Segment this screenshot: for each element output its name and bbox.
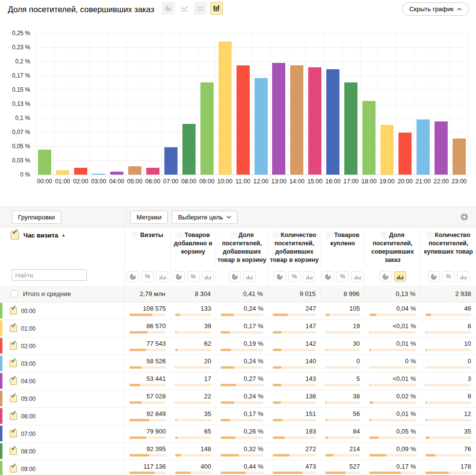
gear-icon[interactable] xyxy=(460,213,468,221)
line-chart-button[interactable] xyxy=(178,2,191,15)
chart-bar[interactable] xyxy=(362,101,376,175)
bars-tool-button[interactable] xyxy=(457,271,469,282)
hide-chart-button[interactable]: Скрыть график xyxy=(402,2,469,16)
percent-tool-button[interactable]: % xyxy=(141,271,154,282)
pie-chart-icon xyxy=(165,5,172,12)
pie-tool-button[interactable] xyxy=(274,271,286,282)
percent-tool-button[interactable]: % xyxy=(288,271,300,282)
value-bar-fill xyxy=(273,366,281,369)
row-checkbox[interactable]: ✓ xyxy=(10,342,17,350)
chart-bar-slot xyxy=(198,33,216,175)
metric-value: 65 xyxy=(171,428,216,435)
chart-bar[interactable] xyxy=(128,166,141,175)
chart-bar[interactable] xyxy=(272,63,285,175)
pie-tool-button[interactable] xyxy=(428,271,440,282)
pie-tool-button[interactable] xyxy=(229,271,241,282)
row-cells: 92 3951480,32 %2722140,09 %76 xyxy=(124,443,476,460)
dimension-label[interactable]: Час визита xyxy=(23,232,58,239)
row-checkbox[interactable]: ✓ xyxy=(10,377,17,385)
chart-bar[interactable] xyxy=(146,168,159,175)
row-checkbox[interactable]: ✓ xyxy=(10,325,17,332)
sort-asc-icon[interactable]: ▲ xyxy=(61,233,65,238)
metric-value: 20 xyxy=(171,357,216,365)
chart-bar[interactable] xyxy=(308,67,321,175)
metric-value: 0,24 % xyxy=(216,357,268,365)
chart-bar[interactable] xyxy=(290,65,303,175)
value-bar-fill xyxy=(325,314,330,316)
metric-cell: 92 849 xyxy=(125,408,171,425)
pie-tool-button[interactable] xyxy=(322,271,334,282)
row-cells: 117 1364000,44 %4735270,17 %178 xyxy=(124,460,476,475)
pie-tool-button[interactable] xyxy=(379,271,392,282)
chart-bar[interactable] xyxy=(344,82,357,175)
value-bar xyxy=(273,349,316,351)
metric-cell: 35 xyxy=(421,425,476,442)
percent-tool-button[interactable]: % xyxy=(187,271,199,282)
stacked-chart-button[interactable] xyxy=(194,2,207,15)
metric-cell: 0,02 % xyxy=(365,390,421,407)
groupings-button[interactable]: Группировки xyxy=(12,211,61,224)
x-axis-label: 16:00 xyxy=(324,178,342,185)
metric-cell: 57 028 xyxy=(125,390,171,407)
row-checkbox[interactable]: ✓ xyxy=(10,307,17,315)
bars-tool-button[interactable] xyxy=(202,271,214,282)
chart-bar[interactable] xyxy=(435,121,448,175)
chart-bar[interactable] xyxy=(38,150,51,175)
bars-tool-button[interactable] xyxy=(156,271,168,282)
metric-value: 30 xyxy=(321,340,365,347)
bars-tool-button[interactable] xyxy=(351,271,363,282)
row-checkbox[interactable]: ✓ xyxy=(10,360,17,367)
pie-tool-button[interactable] xyxy=(127,271,139,282)
value-bar-fill xyxy=(325,384,326,386)
chart-bar[interactable] xyxy=(416,119,430,175)
table-row: ✓09:00117 1364000,44 %4735270,17 %178 xyxy=(0,460,476,475)
row-checkbox[interactable]: ✓ xyxy=(10,465,17,473)
chart-bar[interactable] xyxy=(398,133,412,175)
chart-bar[interactable] xyxy=(200,82,214,175)
goal-select-button[interactable]: Выберите цель xyxy=(172,211,238,224)
chart-bar[interactable] xyxy=(237,65,250,175)
pie-tool-button[interactable] xyxy=(173,271,185,282)
row-hour-label: 04:00 xyxy=(21,378,36,385)
chart-bar[interactable] xyxy=(182,124,196,175)
chart-bar[interactable] xyxy=(218,41,232,175)
value-bar-fill xyxy=(325,419,327,421)
table-row: ✓06:0092 849350,17 %151560,01 %12 xyxy=(0,408,476,425)
metric-cell: 17 xyxy=(171,373,216,390)
row-checkbox[interactable]: ✓ xyxy=(10,413,17,420)
value-bar xyxy=(369,419,416,421)
metric-cell: 22 xyxy=(171,390,216,407)
bar-chart-button[interactable] xyxy=(210,2,223,15)
bars-tool-button[interactable] xyxy=(394,271,406,282)
search-input[interactable] xyxy=(12,269,87,281)
chart-bar[interactable] xyxy=(255,78,268,175)
chart-bar[interactable] xyxy=(164,147,178,175)
row-checkbox[interactable]: ✓ xyxy=(10,430,17,437)
totals-value: 2,79 млн xyxy=(125,286,171,302)
pie-chart-button[interactable] xyxy=(162,2,175,15)
totals-value: 8 304 xyxy=(171,286,216,302)
bars-tool-button[interactable] xyxy=(303,271,315,282)
chart-bar[interactable] xyxy=(56,170,69,175)
bars-tool-button[interactable] xyxy=(243,271,256,282)
row-checkbox[interactable]: ✓ xyxy=(10,395,17,402)
check-icon: ✓ xyxy=(11,374,17,382)
chart-bar[interactable] xyxy=(380,125,394,175)
chart-bar[interactable] xyxy=(74,168,87,175)
totals-checkbox[interactable] xyxy=(11,290,18,297)
metric-view-tools: % xyxy=(172,271,215,282)
value-bar-fill xyxy=(129,419,149,421)
percent-tool-button[interactable]: % xyxy=(442,271,455,282)
metric-cell: 0 % xyxy=(365,355,421,372)
chart-bar[interactable] xyxy=(326,69,339,175)
percent-tool-button[interactable]: % xyxy=(337,271,349,282)
chart-bar[interactable] xyxy=(92,174,105,175)
metric-view-tools xyxy=(217,271,267,282)
metrics-button[interactable]: Метрики xyxy=(130,211,168,224)
row-checkbox[interactable]: ✓ xyxy=(10,448,17,455)
data-table: ✓ Час визита ▲ ?Визиты%?Товаров добавлен… xyxy=(0,227,476,475)
chart-bar[interactable] xyxy=(110,172,123,175)
metric-cell: 56 xyxy=(321,408,365,425)
chart-bar[interactable] xyxy=(453,139,466,175)
dimension-checkbox[interactable]: ✓ xyxy=(11,231,19,239)
